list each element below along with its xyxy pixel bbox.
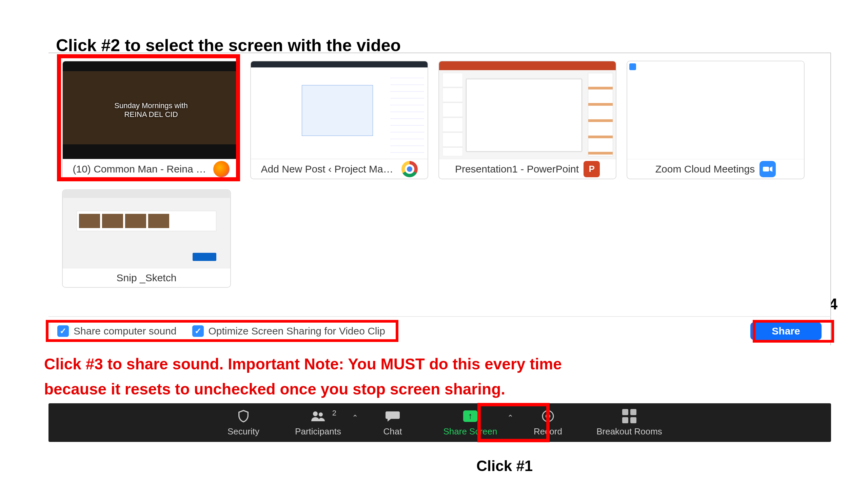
tile-label-row: Add New Post ‹ Project Manager ... xyxy=(251,159,428,179)
toolbar-label: Breakout Rooms xyxy=(596,426,662,437)
toolbar-label: Chat xyxy=(383,426,402,437)
checkbox-checked-icon: ✓ xyxy=(192,325,204,337)
svg-point-2 xyxy=(319,412,323,416)
share-screen-dialog: (10) Common Man - Reina del Ci... Add Ne… xyxy=(48,53,831,317)
svg-point-4 xyxy=(546,414,550,419)
annotation-click1: Click #1 xyxy=(476,458,533,474)
toolbar-record[interactable]: Record xyxy=(511,403,585,442)
toolbar-security[interactable]: Security xyxy=(206,403,281,442)
chrome-icon xyxy=(401,161,418,177)
toolbar-breakout-rooms[interactable]: Breakout Rooms xyxy=(585,403,673,442)
record-icon xyxy=(540,409,555,424)
tile-label-row: (10) Common Man - Reina del Ci... xyxy=(63,159,239,179)
toolbar-label: Share Screen xyxy=(443,426,497,437)
share-screen-icon: ↑ xyxy=(463,409,478,424)
toolbar-participants[interactable]: Participants 2 ⌃ xyxy=(281,403,355,442)
checkbox-checked-icon: ✓ xyxy=(57,325,69,337)
share-dialog-footer: ✓ Share computer sound ✓ Optimize Screen… xyxy=(48,316,831,345)
toolbar-chat[interactable]: Chat xyxy=(355,403,430,442)
participants-icon xyxy=(311,409,326,424)
optimize-video-checkbox[interactable]: ✓ Optimize Screen Sharing for Video Clip xyxy=(192,325,385,337)
firefox-icon xyxy=(213,161,230,177)
share-button-label: Share xyxy=(772,325,800,337)
zoom-toolbar: Security Participants 2 ⌃ Chat ↑ Share S… xyxy=(48,403,831,442)
tile-label-row: Presentation1 - PowerPoint P xyxy=(439,159,616,179)
window-tile-powerpoint[interactable]: Presentation1 - PowerPoint P xyxy=(438,61,616,179)
toolbar-label: Record xyxy=(534,426,562,437)
shield-icon xyxy=(236,409,251,424)
thumbnail-wordpress-chrome xyxy=(251,61,428,159)
toolbar-label: Security xyxy=(228,426,259,437)
share-button[interactable]: Share xyxy=(750,322,822,340)
window-grid: (10) Common Man - Reina del Ci... Add Ne… xyxy=(48,53,830,291)
tile-label: Presentation1 - PowerPoint xyxy=(455,163,579,175)
thumbnail-zoom xyxy=(627,61,804,159)
arrow-up-icon: ↑ xyxy=(463,410,477,422)
zoom-icon xyxy=(760,161,776,177)
tile-label-row: Zoom Cloud Meetings xyxy=(627,159,804,179)
optimize-video-label: Optimize Screen Sharing for Video Clip xyxy=(209,325,385,337)
toolbar-label: Participants xyxy=(295,426,341,437)
chat-icon xyxy=(385,409,400,424)
window-tile-firefox[interactable]: (10) Common Man - Reina del Ci... xyxy=(62,61,240,179)
participants-count: 2 xyxy=(332,409,336,418)
window-tile-zoom[interactable]: Zoom Cloud Meetings xyxy=(627,61,805,179)
breakout-icon xyxy=(622,409,637,424)
tile-label: Snip _Sketch xyxy=(117,272,177,284)
tile-label: Zoom Cloud Meetings xyxy=(655,163,755,175)
tile-label: Add New Post ‹ Project Manager ... xyxy=(261,163,397,175)
powerpoint-icon: P xyxy=(584,161,600,177)
toolbar-share-screen[interactable]: ↑ Share Screen ⌃ xyxy=(430,403,511,442)
thumbnail-powerpoint xyxy=(439,61,616,159)
window-tile-chrome[interactable]: Add New Post ‹ Project Manager ... xyxy=(250,61,428,179)
share-sound-label: Share computer sound xyxy=(74,325,177,337)
thumbnail-youtube-firefox xyxy=(63,61,239,159)
window-tile-snip[interactable]: Snip _Sketch xyxy=(62,189,231,288)
share-sound-checkbox[interactable]: ✓ Share computer sound xyxy=(57,325,177,337)
svg-point-1 xyxy=(313,411,318,416)
tile-label-row: Snip _Sketch xyxy=(63,268,230,287)
svg-rect-0 xyxy=(763,167,769,171)
thumbnail-snip xyxy=(63,190,230,268)
tile-label: (10) Common Man - Reina del Ci... xyxy=(73,163,209,175)
annotation-click3: Click #3 to share sound. Important Note:… xyxy=(44,352,620,402)
